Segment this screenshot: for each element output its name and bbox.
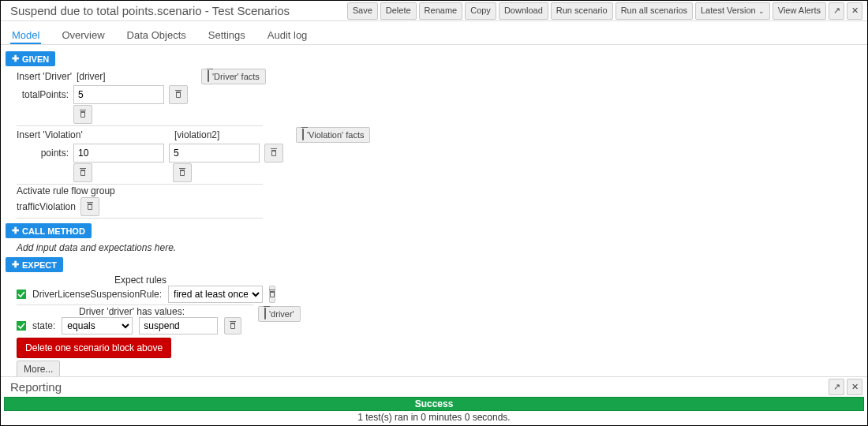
plus-icon: ✚ bbox=[12, 260, 19, 270]
trash-icon bbox=[180, 170, 185, 176]
trash-icon bbox=[80, 111, 85, 118]
violation2-var: [violation2] bbox=[174, 129, 219, 140]
state-operator-select[interactable]: equals bbox=[62, 317, 133, 334]
rule-fired-select[interactable]: fired at least once bbox=[168, 286, 263, 303]
rename-button[interactable]: Rename bbox=[419, 2, 463, 20]
points2-input[interactable] bbox=[169, 144, 260, 163]
trash-icon bbox=[208, 72, 209, 81]
driver-expect-facts-button[interactable]: 'driver' bbox=[258, 306, 301, 322]
delete-driver-button[interactable] bbox=[73, 105, 92, 124]
svg-rect-1 bbox=[17, 321, 26, 331]
totalpoints-label: totalPoints: bbox=[17, 89, 69, 100]
trash-icon bbox=[264, 309, 266, 319]
given-button[interactable]: ✚GIVEN bbox=[6, 51, 55, 66]
view-alerts-button[interactable]: View Alerts bbox=[773, 2, 826, 20]
expect-rules-title: Expect rules bbox=[114, 275, 166, 286]
driver-values-title: Driver 'driver' has values: bbox=[79, 306, 185, 317]
expand-icon[interactable]: ↗ bbox=[829, 2, 844, 20]
given-section: ✚GIVEN Insert 'Driver' [driver] 'Driver'… bbox=[6, 48, 862, 220]
rule-name-label: DriverLicenseSuspensionRule: bbox=[32, 289, 162, 300]
pass-icon bbox=[17, 321, 26, 331]
delete-points-row-button[interactable] bbox=[264, 144, 283, 163]
points1-input[interactable] bbox=[73, 144, 164, 163]
divider bbox=[17, 125, 263, 126]
delete-ruleflow-button[interactable] bbox=[80, 197, 99, 216]
plus-icon: ✚ bbox=[12, 54, 19, 64]
delete-violation2-button[interactable] bbox=[173, 163, 192, 182]
trash-icon bbox=[271, 150, 276, 156]
points-label: points: bbox=[17, 148, 69, 159]
tab-model[interactable]: Model bbox=[10, 26, 41, 44]
divider bbox=[17, 218, 263, 219]
insert-driver-label: Insert 'Driver' bbox=[17, 71, 72, 82]
trash-icon bbox=[230, 323, 235, 329]
ruleflow-title: Activate rule flow group bbox=[17, 185, 115, 196]
state-label: state: bbox=[32, 320, 55, 331]
trash-icon bbox=[176, 92, 181, 98]
call-method-note: Add input data and expectations here. bbox=[17, 242, 862, 253]
tab-settings[interactable]: Settings bbox=[207, 26, 247, 44]
violation-facts-button[interactable]: 'Violation' facts bbox=[296, 127, 370, 143]
insert-violation-label: Insert 'Violation' bbox=[17, 129, 83, 140]
delete-state-expect-button[interactable] bbox=[224, 317, 241, 334]
tabs: Model Overview Data Objects Settings Aud… bbox=[1, 21, 867, 45]
state-value-input[interactable] bbox=[139, 317, 218, 334]
run-all-scenarios-button[interactable]: Run all scenarios bbox=[615, 2, 693, 20]
toolbar: Save Delete Rename Copy Download Run sce… bbox=[347, 2, 862, 20]
tab-overview[interactable]: Overview bbox=[60, 26, 106, 44]
divider bbox=[17, 184, 263, 185]
plus-icon: ✚ bbox=[12, 226, 19, 236]
more-button[interactable]: More... bbox=[17, 361, 60, 376]
divider bbox=[17, 305, 253, 305]
trash-icon bbox=[270, 291, 275, 297]
trash-icon bbox=[302, 130, 304, 140]
reporting-title: Reporting bbox=[6, 380, 62, 394]
download-button[interactable]: Download bbox=[499, 2, 548, 20]
reporting-close-icon[interactable]: ✕ bbox=[847, 379, 862, 395]
tab-audit-log[interactable]: Audit log bbox=[266, 26, 309, 44]
version-dropdown[interactable]: Latest Version ⌄ bbox=[695, 2, 770, 20]
reporting-expand-icon[interactable]: ↗ bbox=[829, 379, 844, 395]
close-icon[interactable]: ✕ bbox=[847, 2, 862, 20]
page-title: Suspend due to total points.scenario - T… bbox=[6, 4, 290, 17]
ruleflow-value: trafficViolation bbox=[17, 201, 76, 212]
save-button[interactable]: Save bbox=[347, 2, 378, 20]
delete-scenario-block-button[interactable]: Delete one scenario block above bbox=[17, 338, 171, 358]
svg-rect-0 bbox=[17, 290, 26, 299]
delete-button[interactable]: Delete bbox=[380, 2, 417, 20]
call-method-section: ✚CALL METHOD Add input data and expectat… bbox=[6, 220, 862, 254]
success-bar: Success bbox=[4, 397, 864, 411]
expect-button[interactable]: ✚EXPECT bbox=[6, 257, 63, 272]
tab-data-objects[interactable]: Data Objects bbox=[125, 26, 188, 44]
trash-icon bbox=[88, 204, 92, 210]
driver-var: [driver] bbox=[77, 71, 106, 82]
driver-facts-button[interactable]: 'Driver' facts bbox=[201, 69, 266, 84]
call-method-button[interactable]: ✚CALL METHOD bbox=[6, 223, 92, 238]
pass-icon bbox=[17, 290, 26, 299]
delete-violation1-button[interactable] bbox=[73, 163, 92, 182]
copy-button[interactable]: Copy bbox=[465, 2, 496, 20]
chevron-down-icon: ⌄ bbox=[758, 7, 765, 15]
delete-rule-expect-button[interactable] bbox=[269, 286, 275, 303]
delete-totalpoints-button[interactable] bbox=[169, 85, 188, 104]
totalpoints-input[interactable] bbox=[73, 85, 164, 104]
trash-icon bbox=[80, 170, 85, 176]
result-line: 1 test(s) ran in 0 minutes 0 seconds. bbox=[1, 411, 867, 425]
expect-section: ✚EXPECT Expect rules DriverLicenseSuspen… bbox=[6, 254, 862, 335]
run-scenario-button[interactable]: Run scenario bbox=[551, 2, 613, 20]
